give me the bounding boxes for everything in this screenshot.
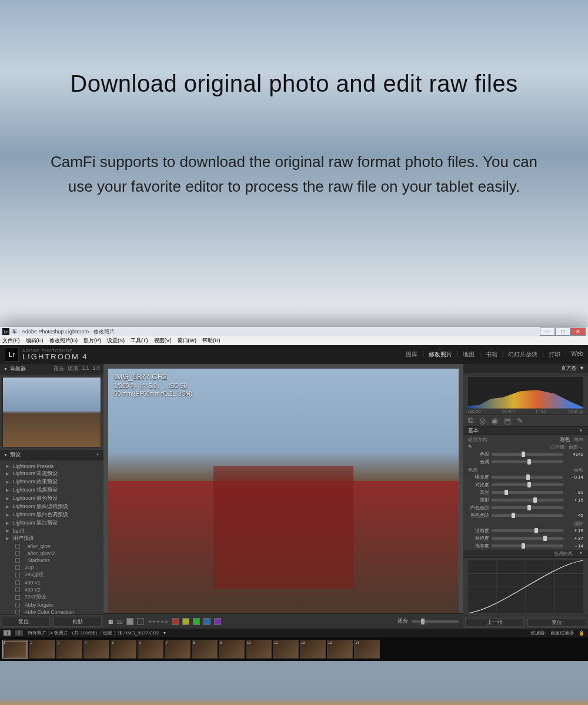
filmstrip-thumb[interactable]: 10 <box>246 640 272 659</box>
preset-folder[interactable]: ▶Lightroom Presets <box>4 463 100 470</box>
menu-item[interactable]: 照片(P) <box>83 337 101 345</box>
preset-item[interactable]: 395滤镜 <box>4 571 100 579</box>
basic-header[interactable]: 基本 ▼ <box>463 427 588 435</box>
star-rating[interactable]: ★★★★★ <box>148 619 168 624</box>
eyedropper-icon[interactable]: ✎ <box>468 444 472 450</box>
spot-icon[interactable]: ◎ <box>479 416 486 425</box>
filmstrip-thumb[interactable]: 2 <box>29 640 55 659</box>
slider-色温[interactable]: 色温4142 <box>463 450 588 458</box>
zoom-level[interactable]: 1:1 <box>82 365 89 373</box>
preset-item[interactable]: 400 V1 <box>4 579 100 586</box>
preset-folder[interactable]: ▶Lightroom 颜色预设 <box>4 494 100 503</box>
slider-色调[interactable]: 色调 <box>463 458 588 466</box>
preset-item[interactable]: 3Up <box>4 564 100 571</box>
filmstrip-thumb[interactable]: 5 <box>111 640 136 659</box>
filmstrip-thumb[interactable]: 6 <box>138 640 163 659</box>
slider-对比度[interactable]: 对比度 <box>463 481 588 489</box>
auto-tone[interactable]: 自动 <box>574 467 583 473</box>
filmstrip-thumb[interactable]: 12 <box>300 640 326 659</box>
preset-item[interactable]: Abby Angelic <box>4 602 100 609</box>
filmstrip-thumb[interactable]: 14 <box>354 640 380 659</box>
grad-icon[interactable]: ▤ <box>504 416 511 425</box>
module-tab[interactable]: 地图 <box>463 350 475 359</box>
maximize-button[interactable]: □ <box>555 328 570 336</box>
histogram[interactable]: ISO 5050 mmf / 5.01/200 秒 <box>463 373 588 415</box>
navigator-zoom[interactable]: 适合填满1:11:6 <box>54 365 100 373</box>
preset-folder[interactable]: ▶Lightroom 视频预设 <box>4 486 100 494</box>
photo-canvas[interactable]: IMG_5877.CR2 1/200 秒（f / 5.0），ISO 50 50 … <box>108 369 459 613</box>
filmstrip-thumb[interactable]: 11 <box>273 640 299 659</box>
preset-folder[interactable]: ▶Lightroom 黑白预设 <box>4 519 100 527</box>
view-secondary-icon[interactable]: 2 <box>15 630 22 636</box>
filter-value[interactable]: 自定过滤器 <box>550 630 574 636</box>
filter-lock-icon[interactable]: 🔒 <box>579 630 584 636</box>
crop-icon[interactable]: ⧉ <box>468 416 473 425</box>
menu-item[interactable]: 文件(F) <box>2 337 20 345</box>
module-tab[interactable]: 书籍 <box>486 350 497 359</box>
filmstrip-thumb[interactable]: 13 <box>327 640 353 659</box>
module-tab[interactable]: 打印 <box>549 350 560 359</box>
tone-curve[interactable] <box>468 560 583 613</box>
menu-item[interactable]: 设置(S) <box>107 337 125 345</box>
slider-鲜艳度[interactable]: 鲜艳度+ 37 <box>463 534 588 542</box>
module-tab[interactable]: 修改照片 <box>429 350 452 359</box>
color-label-green[interactable] <box>193 618 200 625</box>
histogram-header[interactable]: 直方图 ▼ <box>463 364 588 373</box>
zoom-level[interactable]: 填满 <box>68 365 78 373</box>
filmstrip-thumb[interactable]: 3 <box>56 640 82 659</box>
presets-header[interactable]: ▼ 预设 ＋ <box>0 450 103 460</box>
filmstrip-thumb[interactable]: 7 <box>165 640 191 659</box>
loupe-view-icon[interactable]: ▦ <box>108 619 113 624</box>
reset-photo-button[interactable]: 复位 <box>527 618 586 627</box>
zoom-slider[interactable] <box>412 620 459 623</box>
breadcrumb[interactable]: 所有照片 14 张照片 （共 1096张）/ 选定 1 张 / IMG_5877… <box>28 630 159 636</box>
compare-view-icon[interactable]: ▯▯ <box>117 619 123 624</box>
preset-item[interactable]: Abby Color Correction <box>4 609 100 614</box>
slider-曝光度[interactable]: 曝光度- 0.14 <box>463 473 588 481</box>
preset-folder[interactable]: ▶banff <box>4 527 100 534</box>
flag-pick-icon[interactable] <box>126 618 133 625</box>
wb-value[interactable]: 自定 <box>569 445 578 450</box>
preset-folder[interactable]: ▶Lightroom 常规预设 <box>4 470 100 478</box>
view-grid-icon[interactable]: 1 <box>4 630 11 636</box>
slider-清晰度[interactable]: 清晰度+ 19 <box>463 527 588 534</box>
filmstrip-thumb[interactable]: 8 <box>192 640 218 659</box>
color-label-yellow[interactable] <box>182 618 189 625</box>
preset-item[interactable]: _Starbucks <box>4 557 100 564</box>
menu-item[interactable]: 窗口(W) <box>178 337 197 345</box>
module-tab[interactable]: 图库 <box>406 350 417 359</box>
menu-item[interactable]: 视图(V) <box>154 337 172 345</box>
minimize-button[interactable]: — <box>540 328 555 336</box>
slider-高光[interactable]: 高光- 81 <box>463 489 588 496</box>
menu-item[interactable]: 工具(T) <box>131 337 148 345</box>
menu-item[interactable]: 编辑(E) <box>26 337 44 345</box>
filmstrip-thumb[interactable]: 1 <box>2 640 28 659</box>
preset-item[interactable]: 400 V2 <box>4 586 100 593</box>
zoom-level[interactable]: 1:6 <box>92 365 100 373</box>
color-label-red[interactable] <box>172 618 179 625</box>
brush-icon[interactable]: ✎ <box>517 416 523 425</box>
preset-folder[interactable]: ▶Lightroom 黑白滤镜预设 <box>4 503 100 511</box>
color-label-blue[interactable] <box>203 618 211 625</box>
slider-饱和度[interactable]: 饱和度- 14 <box>463 542 588 550</box>
navigator-thumbnail[interactable] <box>0 375 103 450</box>
preset-item[interactable]: 7747预设 <box>4 593 100 602</box>
treatment-bw[interactable]: 黑白 <box>574 437 583 442</box>
reset-button[interactable]: 复位... <box>2 617 50 627</box>
filmstrip-thumb[interactable]: 9 <box>219 640 245 659</box>
redeye-icon[interactable]: ◉ <box>492 416 498 425</box>
preset-folder[interactable]: ▶Lightroom 黑白色调预设 <box>4 511 100 519</box>
preset-item[interactable]: _after_glow 2 <box>4 550 100 557</box>
preset-folder[interactable]: ▶Lightroom 效果预设 <box>4 478 100 486</box>
navigator-header[interactable]: ▼ 导航器 适合填满1:11:6 <box>0 364 103 375</box>
preset-item[interactable]: _after_glow <box>4 543 100 550</box>
prev-photo-button[interactable]: 上一张 <box>465 618 524 627</box>
menu-item[interactable]: 修改照片(D) <box>49 337 78 345</box>
slider-黑色色阶[interactable]: 黑色色阶- 45 <box>463 512 588 519</box>
module-tab[interactable]: 幻灯片放映 <box>508 350 537 359</box>
tone-curve-header[interactable]: 色调曲线 ▼ <box>463 550 588 558</box>
color-label-purple[interactable] <box>214 618 221 625</box>
filmstrip[interactable]: 1234567891011121314 <box>0 637 588 661</box>
slider-阴影[interactable]: 阴影+ 15 <box>463 496 588 504</box>
module-tab[interactable]: Web <box>572 350 583 359</box>
